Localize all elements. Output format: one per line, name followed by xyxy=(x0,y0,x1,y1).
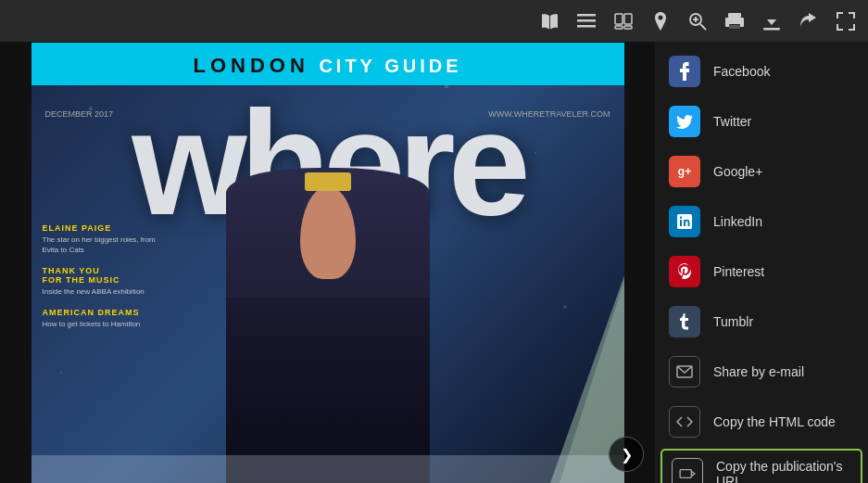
svg-rect-15 xyxy=(763,28,780,31)
url-icon xyxy=(672,458,703,483)
cover-website: WWW.WHERETRAVELER.COM xyxy=(488,109,610,119)
article-1-body: The star on her biggest roles, from Evit… xyxy=(43,235,163,255)
next-button[interactable]: ❯ xyxy=(609,437,644,472)
email-icon xyxy=(669,356,700,388)
facebook-label: Facebook xyxy=(713,64,770,79)
cover-header: LONDON CITY GUIDE xyxy=(31,43,624,85)
sidebar-item-url[interactable]: Copy the publication's URL xyxy=(660,449,862,483)
article-3-title: AMERICAN DREAMS xyxy=(43,308,163,317)
sidebar-item-facebook[interactable]: Facebook xyxy=(655,46,868,96)
linkedin-icon xyxy=(669,206,700,237)
forward-icon[interactable] xyxy=(796,8,822,34)
svg-rect-3 xyxy=(615,14,623,24)
sidebar-item-linkedin[interactable]: LinkedIn xyxy=(655,197,868,247)
pinterest-label: Pinterest xyxy=(713,264,764,279)
magazine-area: LONDON CITY GUIDE DECEMBER 2017 WWW.WHER… xyxy=(0,42,655,483)
sidebar-item-tumblr[interactable]: Tumblr xyxy=(655,297,868,347)
html-label: Copy the HTML code xyxy=(713,414,836,429)
menu-icon[interactable] xyxy=(573,8,599,34)
article-1-title: ELAINE PAIGE xyxy=(43,223,163,233)
facebook-icon xyxy=(669,56,700,87)
pages-icon[interactable] xyxy=(610,8,636,34)
search-marker-icon[interactable] xyxy=(648,8,673,34)
main-content: LONDON CITY GUIDE DECEMBER 2017 WWW.WHER… xyxy=(0,42,868,483)
svg-rect-11 xyxy=(728,13,741,18)
magazine-cover: LONDON CITY GUIDE DECEMBER 2017 WWW.WHER… xyxy=(31,43,624,483)
download-icon[interactable] xyxy=(759,8,785,34)
svg-rect-17 xyxy=(680,470,691,478)
svg-rect-0 xyxy=(577,14,596,17)
url-label: Copy the publication's URL xyxy=(716,459,851,483)
sidebar-item-twitter[interactable]: Twitter xyxy=(655,96,868,146)
tumblr-label: Tumblr xyxy=(713,314,753,329)
svg-rect-14 xyxy=(729,25,740,29)
cover-title-text: LONDON CITY GUIDE xyxy=(31,54,624,78)
email-label: Share by e-mail xyxy=(713,364,804,379)
next-button-container: ❯ xyxy=(609,437,644,472)
sidebar-item-email[interactable]: Share by e-mail xyxy=(655,347,868,397)
html-icon xyxy=(669,406,700,438)
svg-rect-1 xyxy=(577,19,596,22)
svg-line-8 xyxy=(700,24,706,30)
article-2-body: Inside the new ABBA exhibition xyxy=(43,286,163,297)
pinterest-icon xyxy=(669,256,700,287)
article-3-body: How to get tickets to Hamilton xyxy=(43,319,163,329)
print-icon[interactable] xyxy=(722,8,748,34)
sidebar-item-googleplus[interactable]: g+ Google+ xyxy=(655,146,868,197)
sidebar-item-pinterest[interactable]: Pinterest xyxy=(655,247,868,297)
svg-rect-4 xyxy=(624,14,632,24)
twitter-icon xyxy=(669,106,700,137)
cover-date: DECEMBER 2017 xyxy=(45,109,114,119)
svg-rect-6 xyxy=(624,26,632,29)
googleplus-icon: g+ xyxy=(669,156,700,187)
svg-rect-2 xyxy=(577,25,596,28)
tumblr-icon xyxy=(669,306,700,337)
linkedin-label: LinkedIn xyxy=(713,214,762,229)
googleplus-label: Google+ xyxy=(713,164,762,179)
twitter-label: Twitter xyxy=(713,114,751,129)
sidebar-item-html[interactable]: Copy the HTML code xyxy=(655,397,868,447)
fullscreen-icon[interactable] xyxy=(833,8,859,34)
book-icon[interactable] xyxy=(536,8,562,34)
svg-rect-5 xyxy=(615,26,623,29)
toolbar xyxy=(0,0,868,42)
share-sidebar: Facebook Twitter g+ Google+ xyxy=(655,42,868,483)
zoom-icon[interactable] xyxy=(685,8,711,34)
article-2-title: THANK YOUFOR THE MUSIC xyxy=(43,266,163,285)
